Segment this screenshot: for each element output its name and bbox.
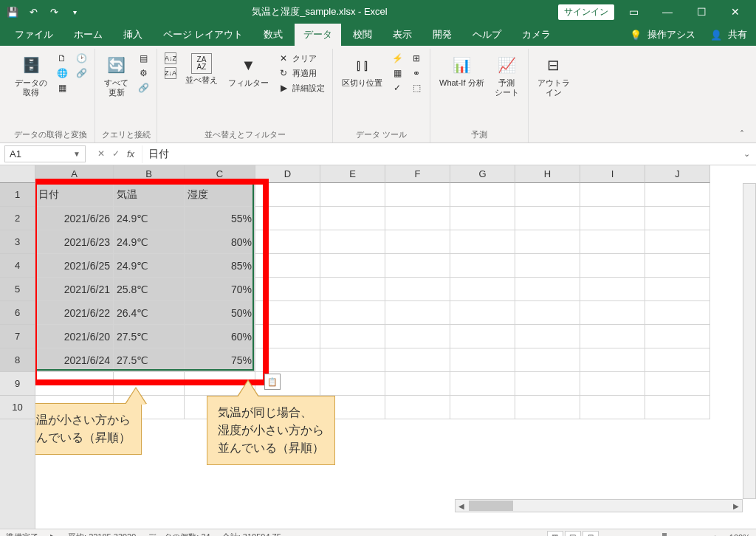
cell[interactable] [385, 230, 450, 254]
chevron-down-icon[interactable]: ▼ [73, 150, 80, 158]
column-header[interactable]: A [35, 165, 114, 183]
tab-file[interactable]: ファイル [6, 24, 62, 46]
signin-button[interactable]: サインイン [558, 4, 614, 20]
paste-options-button[interactable]: 📋 [264, 374, 281, 390]
cell[interactable] [450, 254, 515, 278]
cell[interactable]: 2021/6/21 [35, 278, 114, 301]
properties-button[interactable]: ⚙ [136, 66, 151, 80]
cell[interactable]: 2021/6/26 [35, 207, 114, 230]
tab-developer[interactable]: 開発 [424, 24, 461, 46]
horizontal-scrollbar[interactable]: ◀ ▶ [455, 499, 743, 512]
fx-icon[interactable]: fx [127, 148, 134, 159]
cell[interactable] [450, 207, 515, 230]
cell[interactable] [320, 372, 385, 396]
cell[interactable] [320, 301, 385, 325]
whatif-button[interactable]: 📊 What-If 分析 [436, 52, 487, 89]
cell[interactable] [320, 230, 385, 254]
reapply-button[interactable]: ↻再適用 [276, 66, 326, 80]
from-table-button[interactable]: ▦ [55, 81, 69, 95]
edit-links-button[interactable]: 🔗 [136, 81, 151, 95]
flash-fill-button[interactable]: ⚡ [390, 52, 405, 65]
cell[interactable] [255, 325, 320, 348]
cell[interactable]: 2021/6/25 [35, 254, 114, 278]
row-header[interactable]: 5 [0, 278, 35, 301]
cell[interactable] [450, 348, 515, 372]
column-header[interactable]: C [185, 165, 255, 183]
cell[interactable] [580, 207, 645, 230]
cell[interactable]: 70% [185, 278, 255, 301]
cell[interactable] [385, 348, 450, 372]
queries-button[interactable]: ▤ [136, 52, 151, 65]
collapse-ribbon-icon[interactable]: ˄ [734, 126, 750, 142]
column-header[interactable]: F [385, 165, 450, 183]
cell[interactable] [320, 183, 385, 207]
cell[interactable] [580, 230, 645, 254]
cell[interactable]: 2021/6/20 [35, 325, 114, 348]
column-header[interactable]: G [450, 165, 515, 183]
scroll-right-icon[interactable]: ▶ [730, 502, 742, 510]
cell[interactable] [450, 396, 515, 419]
consolidate-button[interactable]: ⊞ [409, 52, 424, 65]
row-header[interactable]: 3 [0, 230, 35, 254]
cell[interactable] [580, 254, 645, 278]
cell[interactable]: 25.8℃ [114, 278, 185, 301]
cell[interactable] [645, 325, 710, 348]
row-header[interactable]: 9 [0, 372, 35, 396]
cell[interactable] [645, 254, 710, 278]
cell[interactable] [35, 372, 114, 396]
cell[interactable] [515, 301, 580, 325]
advanced-filter-button[interactable]: ▶詳細設定 [276, 81, 326, 95]
cell[interactable]: 24.9℃ [114, 230, 185, 254]
row-header[interactable]: 1 [0, 183, 35, 207]
tab-help[interactable]: ヘルプ [464, 24, 510, 46]
sort-asc-button[interactable]: A↓Z [163, 52, 178, 65]
cell[interactable] [515, 254, 580, 278]
cell[interactable] [320, 278, 385, 301]
outline-button[interactable]: ⊟ アウトラ イン [535, 52, 573, 99]
cell[interactable] [580, 183, 645, 207]
cell[interactable] [645, 278, 710, 301]
relationships-button[interactable]: ⚭ [409, 66, 424, 80]
cell[interactable] [645, 230, 710, 254]
cell[interactable] [255, 183, 320, 207]
cancel-formula-icon[interactable]: ✕ [97, 148, 105, 159]
data-model-button[interactable]: ⬚ [409, 81, 424, 95]
scroll-thumb[interactable] [469, 501, 513, 511]
ribbon-display-icon[interactable]: ▭ [619, 3, 648, 21]
cell[interactable]: 55% [185, 207, 255, 230]
cell[interactable] [580, 372, 645, 396]
cell[interactable] [385, 183, 450, 207]
redo-icon[interactable]: ↷ [47, 5, 61, 18]
column-header[interactable]: I [580, 165, 645, 183]
cell[interactable] [515, 396, 580, 419]
cell[interactable] [515, 230, 580, 254]
column-header[interactable]: J [645, 165, 710, 183]
sort-desc-button[interactable]: Z↓A [163, 66, 178, 80]
undo-icon[interactable]: ↶ [27, 5, 40, 18]
cell[interactable] [515, 278, 580, 301]
save-icon[interactable]: 💾 [6, 5, 19, 18]
cell[interactable] [645, 372, 710, 396]
column-header[interactable]: H [515, 165, 580, 183]
cell[interactable] [580, 301, 645, 325]
cell[interactable] [255, 230, 320, 254]
tab-formulas[interactable]: 数式 [255, 24, 292, 46]
cell[interactable] [645, 301, 710, 325]
cell[interactable] [385, 278, 450, 301]
recent-sources-button[interactable]: 🕑 [74, 52, 89, 65]
tab-review[interactable]: 校閲 [344, 24, 381, 46]
tab-view[interactable]: 表示 [384, 24, 421, 46]
tab-pagelayout[interactable]: ページ レイアウト [154, 24, 252, 46]
row-header[interactable]: 7 [0, 325, 35, 348]
data-validation-button[interactable]: ✓ [390, 81, 405, 95]
refresh-all-button[interactable]: 🔄 すべて 更新 [101, 52, 131, 99]
forecast-sheet-button[interactable]: 📈 予測 シート [492, 52, 522, 99]
cell[interactable]: 60% [185, 325, 255, 348]
cell[interactable] [450, 230, 515, 254]
name-box[interactable]: A1 ▼ [4, 145, 86, 162]
column-header[interactable]: E [320, 165, 385, 183]
cell[interactable]: 24.9℃ [114, 254, 185, 278]
sort-button[interactable]: ZAAZ 並べ替え [182, 52, 221, 86]
row-header[interactable]: 10 [0, 396, 35, 419]
tell-me[interactable]: 操作アシス [647, 28, 695, 41]
